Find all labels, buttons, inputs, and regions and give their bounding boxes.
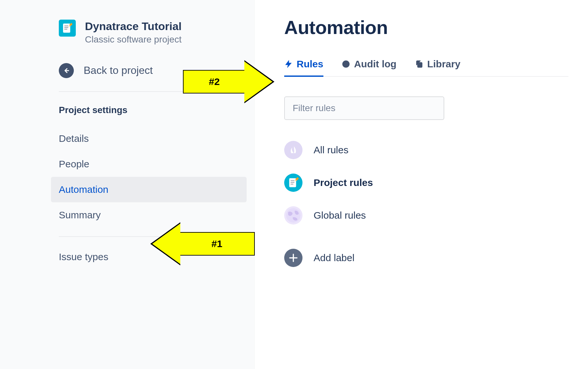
svg-rect-0 xyxy=(63,24,70,33)
project-subtitle: Classic software project xyxy=(85,34,182,45)
atlassian-logo-icon xyxy=(284,141,302,159)
tab-audit-log[interactable]: Audit log xyxy=(342,59,397,77)
svg-rect-2 xyxy=(64,27,68,28)
main-content: Automation Rules Audit log Library xyxy=(255,0,588,369)
plus-icon xyxy=(284,249,302,267)
sidebar-item-automation[interactable]: Automation xyxy=(51,177,247,202)
sidebar-item-summary[interactable]: Summary xyxy=(59,202,247,228)
globe-icon xyxy=(284,206,302,225)
rule-section-label: Global rules xyxy=(314,210,366,221)
notepad-pencil-icon xyxy=(284,174,302,192)
svg-rect-6 xyxy=(417,63,422,67)
tab-label: Rules xyxy=(297,59,323,70)
rule-section-project-rules[interactable]: Project rules xyxy=(284,166,568,199)
lightning-icon xyxy=(284,60,293,68)
back-to-project-label: Back to project xyxy=(84,64,153,76)
tab-library[interactable]: Library xyxy=(415,59,461,77)
rule-section-all-rules[interactable]: All rules xyxy=(284,134,568,166)
copy-icon xyxy=(415,60,423,68)
svg-rect-8 xyxy=(291,180,295,181)
project-header: Dynatrace Tutorial Classic software proj… xyxy=(59,20,248,45)
svg-rect-3 xyxy=(64,29,67,30)
sidebar-divider xyxy=(59,236,247,237)
project-title: Dynatrace Tutorial xyxy=(85,20,182,33)
tab-label: Audit log xyxy=(354,59,397,70)
rule-section-label: Project rules xyxy=(314,177,373,188)
project-avatar-icon xyxy=(59,20,76,37)
sidebar-item-details[interactable]: Details xyxy=(59,126,247,151)
tab-rules[interactable]: Rules xyxy=(284,59,323,77)
notepad-pencil-icon xyxy=(61,22,73,34)
sidebar-divider xyxy=(59,91,247,92)
svg-point-11 xyxy=(286,208,301,223)
check-circle-icon xyxy=(342,60,350,68)
project-settings-heading: Project settings xyxy=(59,105,248,115)
sidebar-group-issue-types[interactable]: Issue types xyxy=(59,250,248,270)
svg-rect-9 xyxy=(291,182,295,183)
tabs: Rules Audit log Library xyxy=(284,59,568,77)
sidebar-item-people[interactable]: People xyxy=(59,151,247,177)
rule-section-global-rules[interactable]: Global rules xyxy=(284,199,568,232)
page-title: Automation xyxy=(284,16,568,38)
filter-rules-input[interactable] xyxy=(284,96,444,120)
tab-label: Library xyxy=(427,59,461,70)
back-to-project-link[interactable]: Back to project xyxy=(59,63,248,78)
svg-rect-1 xyxy=(64,25,68,26)
rule-section-label: All rules xyxy=(314,144,349,156)
rule-section-label: Add label xyxy=(314,252,354,263)
svg-rect-10 xyxy=(291,184,293,184)
sidebar: Dynatrace Tutorial Classic software proj… xyxy=(0,0,255,369)
back-arrow-icon xyxy=(59,63,74,78)
rule-sections-list: All rules Project rules xyxy=(284,134,568,274)
rule-section-add-label[interactable]: Add label xyxy=(284,242,568,274)
